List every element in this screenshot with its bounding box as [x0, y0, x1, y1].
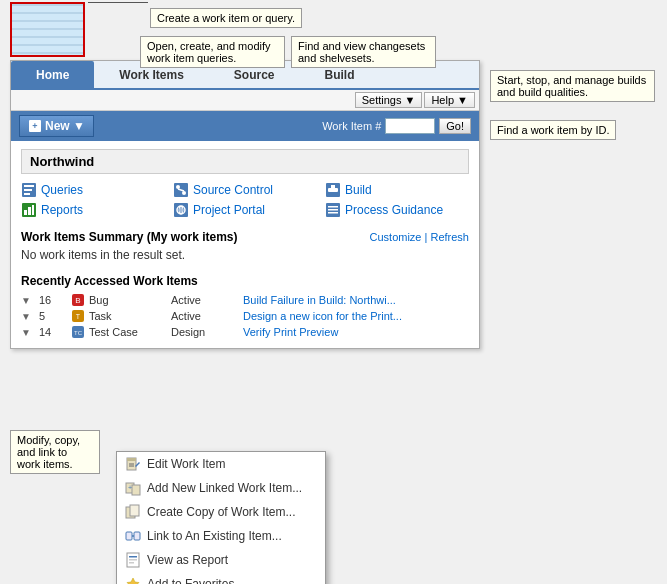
project-header: Northwind [21, 149, 469, 174]
add-linked-icon: + [125, 480, 141, 496]
tab-build[interactable]: Build [300, 61, 380, 88]
svg-rect-24 [328, 212, 338, 214]
new-icon: + [28, 119, 42, 133]
svg-point-8 [182, 191, 186, 195]
source-control-icon [173, 182, 189, 198]
edit-icon [125, 456, 141, 472]
svg-rect-3 [24, 185, 34, 187]
tab-source[interactable]: Source [209, 61, 300, 88]
svg-rect-45 [129, 556, 137, 558]
copy-icon [125, 504, 141, 520]
row-arrow: ▼ [21, 311, 37, 322]
summary-actions: Customize | Refresh [370, 231, 469, 243]
table-row[interactable]: ▼ 16 B Bug Active Build Failure in Build… [21, 292, 469, 308]
svg-rect-47 [129, 562, 134, 564]
svg-rect-23 [328, 209, 338, 211]
callout-modify: Modify, copy, and link to work items. [10, 430, 100, 474]
context-menu: Edit Work Item + Add New Linked Work Ite… [116, 451, 326, 584]
svg-text:TC: TC [74, 330, 83, 336]
callout-findbyid: Find a work item by ID. [490, 120, 616, 140]
svg-text:T: T [76, 313, 81, 320]
app-thumbnail [10, 2, 85, 57]
context-link-existing[interactable]: Link to An Existing Item... [117, 524, 325, 548]
svg-rect-11 [328, 188, 338, 192]
context-favorites[interactable]: Add to Favorites [117, 572, 325, 584]
go-button[interactable]: Go! [439, 118, 471, 134]
customize-link[interactable]: Customize [370, 231, 422, 243]
svg-text:+: + [128, 484, 132, 491]
callout-workitem: Create a work item or query. [150, 8, 302, 28]
callout-line-1 [88, 2, 148, 3]
svg-rect-41 [126, 532, 132, 540]
row-arrow: ▼ [21, 327, 37, 338]
help-button[interactable]: Help ▼ [424, 92, 475, 108]
settings-button[interactable]: Settings ▼ [355, 92, 423, 108]
svg-rect-14 [24, 210, 27, 215]
workitem-search: Work Item # Go! [322, 118, 471, 134]
favorites-icon [125, 576, 141, 584]
bug-icon: B [71, 293, 85, 307]
svg-rect-5 [24, 193, 30, 195]
svg-rect-32 [127, 458, 136, 461]
callout-builds: Start, stop, and manage builds and build… [490, 70, 655, 102]
queries-icon [21, 182, 37, 198]
workitem-id-input[interactable] [385, 118, 435, 134]
tab-workitems[interactable]: Work Items [94, 61, 208, 88]
context-add-linked[interactable]: + Add New Linked Work Item... [117, 476, 325, 500]
svg-rect-37 [132, 485, 140, 495]
tab-home[interactable]: Home [11, 61, 94, 88]
content-area: Northwind Queries [11, 141, 479, 348]
testcase-icon: TC [71, 325, 85, 339]
recent-section-title: Recently Accessed Work Items [21, 274, 469, 288]
context-edit[interactable]: Edit Work Item [117, 452, 325, 476]
process-guidance-icon [325, 202, 341, 218]
work-items-summary-header: Work Items Summary (My work items) Custo… [21, 230, 469, 244]
svg-rect-42 [134, 532, 140, 540]
new-button[interactable]: + New ▼ [19, 115, 94, 137]
recent-work-items-section: Recently Accessed Work Items ▼ 16 B Bug … [21, 274, 469, 340]
reports-icon [21, 202, 37, 218]
link-queries[interactable]: Queries [21, 182, 165, 198]
context-copy[interactable]: Create Copy of Work Item... [117, 500, 325, 524]
project-portal-icon [173, 202, 189, 218]
svg-point-7 [176, 185, 180, 189]
build-icon [325, 182, 341, 198]
context-view-report[interactable]: View as Report [117, 548, 325, 572]
settings-bar: Settings ▼ Help ▼ [11, 90, 479, 111]
svg-rect-22 [328, 206, 338, 208]
toolbar: + New ▼ Work Item # Go! [11, 111, 479, 141]
svg-rect-40 [130, 505, 139, 516]
svg-marker-48 [127, 578, 139, 584]
link-existing-icon [125, 528, 141, 544]
table-row[interactable]: ▼ 5 T Task Active Design a new icon for … [21, 308, 469, 324]
svg-rect-12 [331, 185, 335, 188]
app-window: Home Work Items Source Build Settings ▼ … [10, 60, 480, 349]
link-build[interactable]: Build [325, 182, 469, 198]
row-arrow: ▼ [21, 295, 37, 306]
no-items-message: No work items in the result set. [21, 248, 469, 262]
svg-rect-46 [129, 559, 137, 561]
svg-rect-4 [24, 189, 32, 191]
svg-rect-16 [32, 205, 34, 215]
svg-text:+: + [32, 121, 37, 131]
links-grid: Queries Source Control Build [21, 182, 469, 218]
link-reports[interactable]: Reports [21, 202, 165, 218]
report-icon [125, 552, 141, 568]
refresh-link[interactable]: Refresh [430, 231, 469, 243]
link-source-control[interactable]: Source Control [173, 182, 317, 198]
link-process-guidance[interactable]: Process Guidance [325, 202, 469, 218]
table-row[interactable]: ▼ 14 TC Test Case Design Verify Print Pr… [21, 324, 469, 340]
tab-bar: Home Work Items Source Build [11, 61, 479, 90]
svg-text:B: B [75, 296, 80, 305]
link-project-portal[interactable]: Project Portal [173, 202, 317, 218]
svg-rect-15 [28, 207, 31, 215]
task-icon: T [71, 309, 85, 323]
